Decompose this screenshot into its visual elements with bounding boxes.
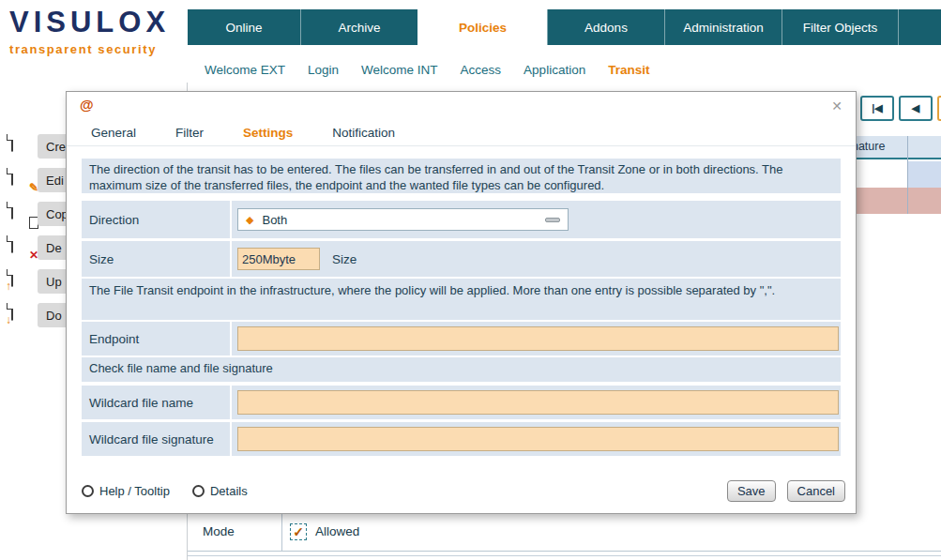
subnav-welcome-int[interactable]: Welcome INT [361, 63, 438, 77]
size-row: Size Size [82, 241, 841, 277]
tab-divider [67, 145, 856, 146]
endpoint-label: Endpoint [82, 322, 230, 356]
table-pager: |◀ ◀ [860, 96, 941, 121]
check-hint-text: Check file name and file signature [82, 357, 841, 382]
close-icon[interactable]: ✕ [831, 98, 842, 114]
wildcard-signature-row: Wildcard file signature [82, 422, 841, 456]
nav-tab-online[interactable]: Online [188, 9, 300, 45]
subnav-application[interactable]: Application [524, 63, 585, 77]
mode-label: Mode [203, 524, 235, 538]
help-tooltip-label: Help / Tooltip [99, 484, 170, 498]
subnav-welcome-ext[interactable]: Welcome EXT [205, 63, 285, 77]
subnav-access[interactable]: Access [461, 63, 502, 77]
tab-settings[interactable]: Settings [243, 126, 293, 140]
wildcard-signature-label: Wildcard file signature [82, 422, 230, 456]
size-suffix-label: Size [332, 252, 357, 266]
nav-tab-addons[interactable]: Addons [547, 9, 664, 45]
first-page-button[interactable]: |◀ [860, 96, 894, 121]
save-button[interactable]: Save [727, 480, 776, 502]
dialog-tabs: General Filter Settings Notification [91, 120, 395, 144]
tab-general[interactable]: General [91, 126, 136, 140]
direction-select[interactable]: ◆ Both [237, 208, 569, 231]
sort-diamond-icon: ◆ [246, 214, 253, 226]
wildcard-name-input[interactable] [237, 390, 839, 415]
nav-tab-administration[interactable]: Administration [664, 9, 782, 45]
logo-tagline: transparent security [9, 42, 170, 56]
nav-filler [898, 9, 941, 45]
mode-checkbox[interactable]: ✓ [290, 523, 307, 540]
endpoint-hint-text: The File Transit endpoint in the infrast… [82, 279, 841, 320]
brand-logo: VISULOX transparent security [9, 6, 170, 56]
intro-text: The direction of the transit has to be e… [82, 159, 841, 193]
document-new-icon [11, 135, 34, 158]
wildcard-signature-input[interactable] [237, 427, 839, 451]
logo-text: VISULOX [9, 6, 170, 39]
cancel-button[interactable]: Cancel [787, 480, 845, 502]
document-upload-icon: ↑ [11, 270, 34, 293]
help-tooltip-checkbox[interactable] [82, 485, 94, 497]
subnav-transit[interactable]: Transit [608, 63, 649, 77]
size-label: Size [82, 241, 230, 277]
sub-nav: Welcome EXT Login Welcome INT Access App… [188, 56, 941, 83]
prev-page-button[interactable]: ◀ [899, 96, 933, 121]
endpoint-input[interactable] [237, 326, 839, 351]
next-page-button[interactable] [937, 96, 941, 121]
main-nav: Online Archive Policies Addons Administr… [188, 9, 941, 45]
document-delete-icon: ✕ [11, 236, 34, 259]
wildcard-name-label: Wildcard file name [82, 386, 230, 419]
direction-value: Both [262, 213, 287, 227]
dialog-logo-icon: @ [80, 97, 94, 113]
table-column-divider [907, 136, 908, 214]
endpoint-row: Endpoint [82, 322, 841, 356]
document-download-icon: ↓ [11, 304, 34, 326]
wildcard-name-row: Wildcard file name [82, 386, 841, 419]
subnav-login[interactable]: Login [308, 63, 339, 77]
direction-row: Direction ◆ Both [82, 201, 841, 238]
size-input[interactable] [237, 248, 320, 270]
document-edit-icon: ✎ [11, 169, 34, 191]
table-cell [908, 161, 941, 188]
mode-value: Allowed [315, 524, 359, 538]
transit-policy-dialog: @ ✕ General Filter Settings Notification… [66, 91, 857, 514]
table-next-row [188, 555, 941, 560]
nav-tab-policies[interactable]: Policies [417, 9, 547, 45]
tab-filter[interactable]: Filter [175, 126, 204, 140]
screen: VISULOX transparent security Online Arch… [0, 0, 941, 560]
tab-notification[interactable]: Notification [332, 126, 395, 140]
dialog-body: The direction of the transit has to be e… [82, 159, 841, 456]
dialog-footer: Help / Tooltip Details Save Cancel [82, 477, 845, 504]
nav-tab-filter-objects[interactable]: Filter Objects [782, 9, 898, 45]
details-label: Details [210, 484, 248, 498]
nav-tab-archive[interactable]: Archive [300, 9, 417, 45]
direction-label: Direction [82, 201, 230, 238]
details-checkbox[interactable] [192, 485, 205, 497]
dropdown-handle-icon[interactable] [545, 218, 560, 222]
document-copy-icon [11, 203, 34, 225]
mode-value-cell: ✓ Allowed [281, 512, 941, 551]
mode-row: Mode ✓ Allowed [188, 512, 941, 552]
